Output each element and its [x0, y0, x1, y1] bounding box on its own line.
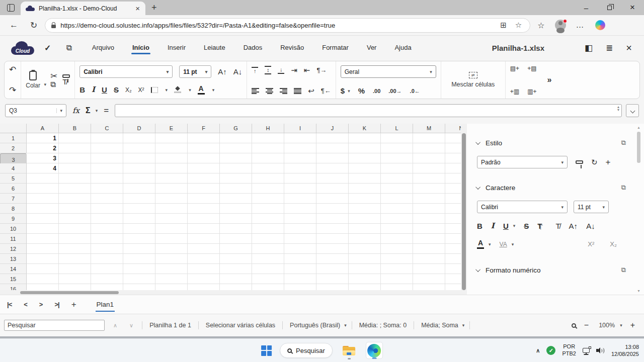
sidebar-decrease-font-button[interactable]: A↓: [586, 222, 595, 230]
cell-K13[interactable]: [349, 254, 381, 264]
sidebar-font-name-select[interactable]: Calibri ▾: [477, 201, 568, 213]
cell-N5[interactable]: [445, 173, 461, 184]
search-next-icon[interactable]: ∨: [126, 322, 137, 329]
cell-B9[interactable]: [59, 214, 91, 224]
column-header-L[interactable]: L: [381, 124, 413, 133]
close-document-icon[interactable]: ×: [626, 42, 632, 54]
cell-N10[interactable]: [445, 224, 461, 234]
font-name-select[interactable]: Calibri ▾: [79, 65, 173, 78]
cell-C5[interactable]: [91, 173, 123, 184]
cell-I1[interactable]: [284, 133, 316, 143]
last-sheet-icon[interactable]: >|: [54, 301, 59, 308]
cell-E3[interactable]: [155, 153, 188, 163]
cell-M3[interactable]: [413, 153, 445, 163]
cell-M14[interactable]: [413, 264, 445, 274]
cell-N13[interactable]: [445, 254, 461, 264]
row-header-2[interactable]: 2: [0, 143, 27, 153]
app-logo-cloud[interactable]: Cloud: [11, 41, 34, 55]
cell-H6[interactable]: [252, 184, 284, 194]
cell-I15[interactable]: [284, 274, 316, 284]
align-middle-icon[interactable]: ↕: [265, 65, 271, 75]
column-header-I[interactable]: I: [284, 124, 316, 133]
security-check-icon[interactable]: ✓: [546, 346, 555, 355]
cell-L4[interactable]: [381, 163, 413, 173]
decrease-font-icon[interactable]: A↓: [233, 68, 243, 75]
increase-indent-icon[interactable]: ⇥: [291, 66, 297, 74]
sidebar-underline-caret-icon[interactable]: ▾: [513, 223, 516, 228]
cell-J8[interactable]: [316, 204, 349, 214]
cell-B10[interactable]: [59, 224, 91, 234]
character-popout-icon[interactable]: ⧉: [621, 184, 626, 192]
back-icon[interactable]: ←: [5, 20, 23, 30]
row-header-1[interactable]: 1: [0, 133, 27, 143]
column-header-C[interactable]: C: [91, 124, 123, 133]
cell-N9[interactable]: [445, 214, 461, 224]
cell-B15[interactable]: [59, 274, 91, 284]
cell-F2[interactable]: [188, 143, 220, 153]
fill-color-button[interactable]: [174, 86, 181, 93]
character-section-header[interactable]: Caractere ⧉: [477, 184, 626, 192]
subscript-button[interactable]: X₂: [125, 87, 132, 93]
cell-C1[interactable]: [91, 133, 123, 143]
cell-A5[interactable]: [27, 173, 59, 184]
copy-icon[interactable]: ⧉: [50, 80, 57, 88]
sidebar-superscript-button[interactable]: X²: [588, 240, 594, 248]
menu-tab-início[interactable]: Início: [125, 40, 156, 56]
cell-L14[interactable]: [381, 264, 413, 274]
row-header-15[interactable]: 15: [0, 274, 27, 284]
cell-K5[interactable]: [349, 173, 381, 184]
new-tab-button[interactable]: +: [145, 3, 164, 15]
currency-icon[interactable]: $: [341, 87, 345, 95]
font-color-caret-icon[interactable]: ▾: [212, 87, 215, 93]
cell-B14[interactable]: [59, 264, 91, 274]
cell-J11[interactable]: [316, 234, 349, 244]
cell-L10[interactable]: [381, 224, 413, 234]
cell-L5[interactable]: [381, 173, 413, 184]
add-style-icon[interactable]: +: [606, 158, 611, 166]
previous-sheet-icon[interactable]: <: [24, 301, 27, 308]
cell-G14[interactable]: [220, 264, 252, 274]
cell-J4[interactable]: [316, 163, 349, 173]
cell-J1[interactable]: [316, 133, 349, 143]
cell-H4[interactable]: [252, 163, 284, 173]
cell-M10[interactable]: [413, 224, 445, 234]
sidebar-scrollbar[interactable]: ▲ ▼: [636, 125, 641, 294]
row-header-12[interactable]: 12: [0, 244, 27, 254]
cell-A6[interactable]: [27, 184, 59, 194]
cell-F6[interactable]: [188, 184, 220, 194]
sidebar-font-color-button[interactable]: A: [477, 239, 484, 249]
cell-C13[interactable]: [91, 254, 123, 264]
cell-M13[interactable]: [413, 254, 445, 264]
window-close-button[interactable]: ×: [621, 0, 644, 15]
cell-F9[interactable]: [188, 214, 220, 224]
expand-formula-bar-button[interactable]: [626, 104, 639, 117]
sidebar-font-size-select[interactable]: 11 pt ▾: [574, 201, 609, 213]
cell-D14[interactable]: [123, 264, 155, 274]
column-header-D[interactable]: D: [123, 124, 155, 133]
cell-H9[interactable]: [252, 214, 284, 224]
cell-K15[interactable]: [349, 274, 381, 284]
cell-D8[interactable]: [123, 204, 155, 214]
cell-B6[interactable]: [59, 184, 91, 194]
column-header-H[interactable]: H: [252, 124, 284, 133]
cell-K7[interactable]: [349, 194, 381, 204]
cell-A14[interactable]: [27, 264, 59, 274]
spin-down-icon[interactable]: ▾: [617, 109, 619, 112]
favorite-star-icon[interactable]: ☆: [513, 21, 524, 30]
cell-J13[interactable]: [316, 254, 349, 264]
cell-D5[interactable]: [123, 173, 155, 184]
increase-font-icon[interactable]: A↑: [218, 68, 227, 75]
cell-D7[interactable]: [123, 194, 155, 204]
cell-D1[interactable]: [123, 133, 155, 143]
cell-E12[interactable]: [155, 244, 188, 254]
stats-selector[interactable]: Média; Soma: [419, 322, 460, 329]
cell-G13[interactable]: [220, 254, 252, 264]
cell-D4[interactable]: [123, 163, 155, 173]
cell-I5[interactable]: [284, 173, 316, 184]
cell-I13[interactable]: [284, 254, 316, 264]
cell-A9[interactable]: [27, 214, 59, 224]
merge-cells-button[interactable]: ⇄ Mesclar células: [441, 61, 506, 99]
cell-C14[interactable]: [91, 264, 123, 274]
cell-G4[interactable]: [220, 163, 252, 173]
zoom-search-icon[interactable]: [572, 323, 576, 328]
